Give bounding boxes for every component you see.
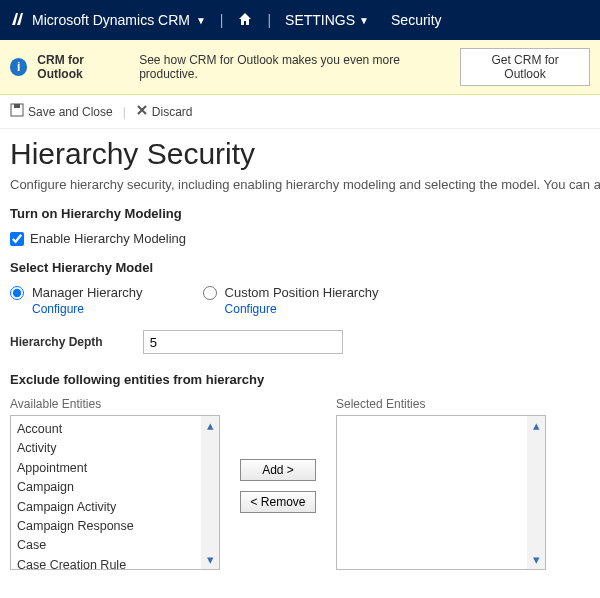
- home-icon[interactable]: [237, 11, 253, 30]
- discard-button[interactable]: Discard: [136, 104, 193, 119]
- section-turn-on-title: Turn on Hierarchy Modeling: [10, 206, 590, 221]
- section-exclude-title: Exclude following entities from hierarch…: [10, 372, 590, 387]
- scroll-down-icon[interactable]: ▾: [533, 552, 540, 567]
- radio-custom-label: Custom Position Hierarchy: [225, 285, 379, 300]
- chevron-down-icon: ▼: [359, 15, 369, 26]
- breadcrumb[interactable]: Security: [391, 12, 442, 28]
- nav-separator: |: [267, 12, 271, 28]
- radio-manager-input[interactable]: [10, 286, 24, 300]
- radio-manager-label: Manager Hierarchy: [32, 285, 143, 300]
- nav-settings-label: SETTINGS: [285, 12, 355, 28]
- radio-custom-input[interactable]: [203, 286, 217, 300]
- depth-input[interactable]: [143, 330, 343, 354]
- available-entities-label: Available Entities: [10, 397, 220, 411]
- selected-entities-label: Selected Entities: [336, 397, 546, 411]
- list-item[interactable]: Case Creation Rule: [17, 556, 195, 569]
- info-icon: i: [10, 58, 27, 76]
- logo-icon: [10, 11, 26, 30]
- scroll-up-icon[interactable]: ▴: [533, 418, 540, 433]
- save-label: Save and Close: [28, 105, 113, 119]
- list-item[interactable]: Campaign: [17, 478, 195, 497]
- scroll-down-icon[interactable]: ▾: [207, 552, 214, 567]
- page-title: Hierarchy Security: [10, 137, 590, 171]
- toolbar: Save and Close | Discard: [0, 95, 600, 129]
- list-item[interactable]: Case: [17, 536, 195, 555]
- main-content: Hierarchy Security Configure hierarchy s…: [0, 129, 600, 580]
- radio-manager-hierarchy[interactable]: Manager Hierarchy: [10, 285, 143, 300]
- selected-entities-listbox[interactable]: ▴ ▾: [336, 415, 546, 570]
- entity-lists: Available Entities AccountActivityAppoin…: [10, 397, 590, 570]
- close-icon: [136, 104, 148, 119]
- toolbar-separator: |: [123, 105, 126, 119]
- remove-button[interactable]: < Remove: [240, 491, 316, 513]
- page-description: Configure hierarchy security, including …: [10, 177, 590, 192]
- enable-hierarchy-checkbox[interactable]: [10, 232, 24, 246]
- add-button[interactable]: Add >: [240, 459, 316, 481]
- breadcrumb-text: Security: [391, 12, 442, 28]
- svg-rect-1: [14, 104, 20, 108]
- configure-custom-link[interactable]: Configure: [225, 302, 379, 316]
- brand[interactable]: Microsoft Dynamics CRM ▼: [10, 11, 206, 30]
- save-icon: [10, 103, 24, 120]
- selected-scrollbar[interactable]: ▴ ▾: [527, 416, 545, 569]
- top-nav: Microsoft Dynamics CRM ▼ | | SETTINGS ▼ …: [0, 0, 600, 40]
- enable-hierarchy-label: Enable Hierarchy Modeling: [30, 231, 186, 246]
- hierarchy-depth-row: Hierarchy Depth: [10, 330, 590, 354]
- section-model-title: Select Hierarchy Model: [10, 260, 590, 275]
- banner-title: CRM for Outlook: [37, 53, 129, 81]
- save-and-close-button[interactable]: Save and Close: [10, 103, 113, 120]
- chevron-down-icon: ▼: [196, 15, 206, 26]
- configure-manager-link[interactable]: Configure: [32, 302, 143, 316]
- hierarchy-model-radio-group: Manager Hierarchy Configure Custom Posit…: [10, 285, 590, 316]
- list-item[interactable]: Activity: [17, 439, 195, 458]
- discard-label: Discard: [152, 105, 193, 119]
- depth-label: Hierarchy Depth: [10, 335, 103, 349]
- outlook-banner: i CRM for Outlook See how CRM for Outloo…: [0, 40, 600, 95]
- list-item[interactable]: Campaign Activity: [17, 498, 195, 517]
- enable-hierarchy-checkbox-row[interactable]: Enable Hierarchy Modeling: [10, 231, 590, 246]
- radio-custom-position[interactable]: Custom Position Hierarchy: [203, 285, 379, 300]
- nav-separator: |: [220, 12, 224, 28]
- brand-text: Microsoft Dynamics CRM: [32, 12, 190, 28]
- scroll-up-icon[interactable]: ▴: [207, 418, 214, 433]
- get-outlook-button[interactable]: Get CRM for Outlook: [460, 48, 590, 86]
- available-entities-listbox[interactable]: AccountActivityAppointmentCampaignCampai…: [10, 415, 220, 570]
- available-scrollbar[interactable]: ▴ ▾: [201, 416, 219, 569]
- nav-settings[interactable]: SETTINGS ▼: [285, 12, 369, 28]
- list-item[interactable]: Appointment: [17, 459, 195, 478]
- banner-text: See how CRM for Outlook makes you even m…: [139, 53, 450, 81]
- list-item[interactable]: Account: [17, 420, 195, 439]
- list-item[interactable]: Campaign Response: [17, 517, 195, 536]
